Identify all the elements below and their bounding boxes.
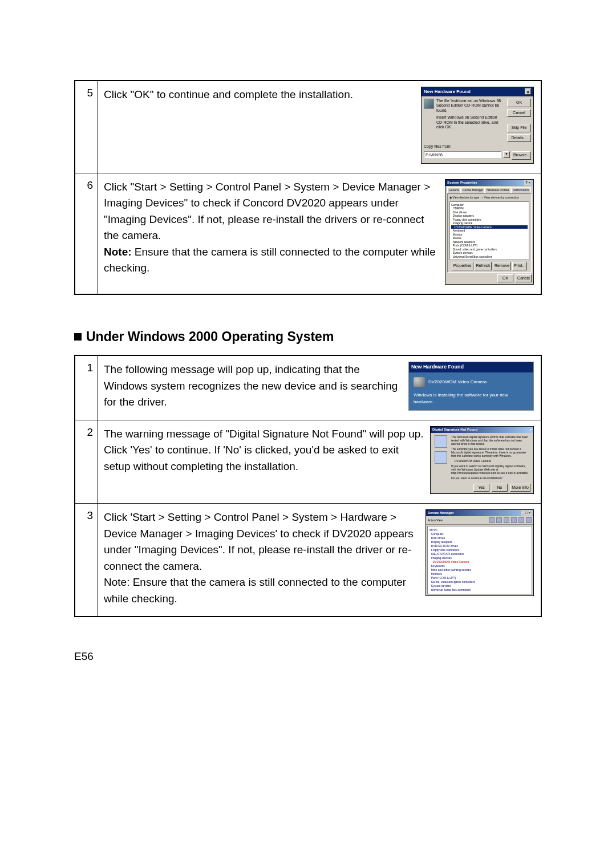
tab-performance[interactable]: Performance bbox=[511, 187, 531, 194]
tab-row: General Device Manager Hardware Profiles… bbox=[445, 186, 533, 194]
table-row: 3 Click 'Start > Setting > Control Panel… bbox=[75, 503, 541, 616]
radio-view-type[interactable]: ◉ View devices by type ○ View devices by… bbox=[449, 196, 529, 200]
toolbar: Action View bbox=[426, 516, 533, 525]
install-steps-table-2: 1 The following message will pop up, ind… bbox=[74, 355, 542, 617]
tab-general[interactable]: General bbox=[447, 187, 461, 194]
install-msg: Windows is installing the software for y… bbox=[414, 392, 529, 406]
table-row: 2 The warning message of "Digital Signat… bbox=[75, 420, 541, 504]
toolbar-icon[interactable] bbox=[511, 517, 517, 523]
digital-signature-dialog: Digital Signature Not Found × The Micros… bbox=[430, 426, 534, 495]
copy-from-label: Copy files from: bbox=[424, 144, 531, 149]
device-name: DV2020WDM Video Camera bbox=[428, 379, 487, 386]
ok-button[interactable]: OK bbox=[507, 99, 531, 107]
table-row: 6 Click "Start > Setting > Control Panel… bbox=[75, 173, 541, 294]
step-number: 1 bbox=[75, 356, 98, 420]
dialog-titlebar: Digital Signature Not Found × bbox=[431, 427, 533, 433]
para: The Microsoft digital signature affirms … bbox=[451, 435, 531, 445]
skip-file-button[interactable]: Skip File bbox=[507, 124, 531, 132]
new-hardware-found-dialog: New Hardware Found × The file 'lvstrtune… bbox=[421, 87, 534, 164]
para: Do you want to continue the installation… bbox=[451, 476, 531, 480]
device-tree[interactable]: MYPC Computer Disk drives Display adapte… bbox=[427, 526, 532, 594]
toolbar-icon[interactable] bbox=[504, 517, 509, 523]
browse-button[interactable]: Browse... bbox=[512, 151, 531, 160]
dialog-titlebar: Device Manager _ □ × bbox=[426, 510, 533, 516]
system-properties-dialog: System Properties ? × General Device Man… bbox=[445, 179, 534, 285]
yes-button[interactable]: Yes bbox=[473, 484, 489, 492]
dialog-title: System Properties bbox=[447, 180, 477, 185]
tab-device-manager[interactable]: Device Manager bbox=[461, 187, 485, 194]
toolbar-icon[interactable] bbox=[496, 517, 502, 523]
no-button[interactable]: No bbox=[492, 484, 508, 492]
bullet-square-icon bbox=[74, 333, 82, 341]
note-label: Note: bbox=[104, 246, 132, 258]
details-button[interactable]: Details... bbox=[507, 134, 531, 143]
device-manager-window: Device Manager _ □ × Action View bbox=[425, 509, 534, 596]
dialog-title: Digital Signature Not Found bbox=[432, 427, 477, 432]
step-number: 2 bbox=[75, 420, 98, 504]
step-number: 6 bbox=[75, 173, 98, 294]
install-steps-table-1: 5 Click "OK" to continue and complete th… bbox=[74, 80, 542, 295]
new-hardware-found-2k-dialog: New Hardware Found DV2020WDM Video Camer… bbox=[408, 362, 534, 411]
toolbar-icon[interactable] bbox=[518, 517, 524, 523]
close-icon[interactable]: × bbox=[529, 427, 532, 432]
dialog-title: New Hardware Found bbox=[409, 362, 533, 372]
more-info-button[interactable]: More Info bbox=[510, 484, 530, 492]
cancel-button[interactable]: Cancel bbox=[516, 274, 532, 283]
step-text: Click 'Start > Setting > Control Panel >… bbox=[104, 509, 420, 607]
window-controls[interactable]: ? × bbox=[524, 180, 532, 185]
dialog-titlebar: New Hardware Found × bbox=[422, 87, 533, 96]
remove-button[interactable]: Remove bbox=[493, 262, 511, 270]
table-row: 1 The following message will pop up, ind… bbox=[75, 356, 541, 420]
dialog-msg: The file 'lvstrtune.ax' on Windows 98 Se… bbox=[436, 99, 505, 113]
ok-button[interactable]: OK bbox=[497, 274, 513, 283]
print-button[interactable]: Print... bbox=[512, 262, 527, 270]
insert-disk-icon bbox=[424, 99, 434, 109]
path-input[interactable]: E:\WIN98 bbox=[424, 151, 501, 158]
step-text: The warning message of "Digital Signatur… bbox=[104, 426, 424, 495]
toolbar-icon[interactable] bbox=[489, 517, 495, 523]
step-text: Click "OK" to continue and complete the … bbox=[104, 87, 415, 164]
manual-page: 5 Click "OK" to continue and complete th… bbox=[0, 0, 616, 851]
signature-icon bbox=[435, 435, 447, 448]
window-controls[interactable]: _ □ × bbox=[521, 510, 532, 516]
close-icon[interactable]: × bbox=[525, 88, 531, 95]
menu-items[interactable]: Action View bbox=[428, 518, 443, 523]
dialog-titlebar: System Properties ? × bbox=[445, 180, 533, 186]
toolbar-icon[interactable] bbox=[526, 517, 532, 523]
step-number: 3 bbox=[75, 504, 98, 616]
refresh-button[interactable]: Refresh bbox=[475, 262, 492, 270]
page-number: E56 bbox=[74, 650, 94, 663]
step-text: Click "Start > Setting > Control Panel >… bbox=[104, 179, 439, 285]
dialog-msg: Insert Windows 98 Second Edition CD-ROM … bbox=[436, 115, 505, 129]
section-heading: Under Windows 2000 Operating System bbox=[74, 329, 542, 345]
dialog-title: Device Manager bbox=[428, 510, 454, 516]
tab-hardware-profiles[interactable]: Hardware Profiles bbox=[485, 187, 511, 194]
device-icon bbox=[435, 451, 447, 464]
dialog-title: New Hardware Found bbox=[424, 88, 471, 95]
step-text: The following message will pop up, indic… bbox=[104, 362, 403, 411]
dropdown-icon[interactable]: ▼ bbox=[503, 151, 510, 158]
step-number: 5 bbox=[75, 81, 98, 173]
camera-icon bbox=[414, 377, 425, 387]
para: The software you are about to install do… bbox=[451, 447, 531, 457]
para: If you want to search for Microsoft digi… bbox=[451, 464, 531, 475]
device-tree[interactable]: Computer CDROM Disk drives Display adapt… bbox=[449, 201, 529, 261]
properties-button[interactable]: Properties bbox=[452, 262, 473, 270]
cancel-button[interactable]: Cancel bbox=[507, 109, 531, 117]
table-row: 5 Click "OK" to continue and complete th… bbox=[75, 81, 541, 173]
